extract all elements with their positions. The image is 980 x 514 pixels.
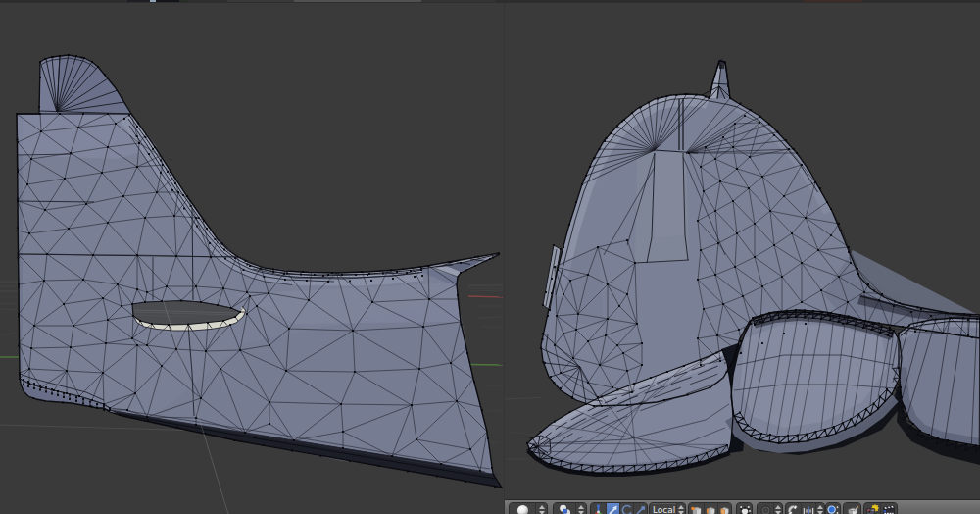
manipulator-scale-button[interactable] (633, 503, 647, 514)
manipulator-toggle-button[interactable] (591, 503, 606, 514)
grease-pencil-group (843, 502, 861, 514)
vertex-select-button[interactable] (689, 503, 704, 514)
face-select-cube-icon (718, 504, 731, 514)
blender-window: Local (0, 0, 980, 514)
proportional-group (757, 502, 783, 514)
viewport-header: Local (505, 499, 980, 514)
top-strip-segment (227, 0, 294, 2)
viewport-shading-dropdown[interactable] (510, 503, 535, 514)
scale-icon (634, 504, 647, 514)
top-strip-segment (862, 0, 980, 2)
viewport-canvas[interactable] (0, 0, 980, 514)
grease-pencil-button[interactable] (844, 503, 860, 514)
top-strip-segment (187, 0, 227, 2)
select-mode-group (688, 502, 732, 514)
translate-arrow-icon (607, 504, 619, 514)
occlude-geometry-button[interactable] (737, 503, 752, 514)
top-strip-segment (804, 0, 862, 2)
left-mesh (16, 54, 502, 488)
snap-increment-icon (802, 504, 815, 514)
occlude-group (736, 502, 753, 514)
snap-group (785, 502, 825, 514)
top-strip-segment (0, 0, 127, 2)
top-strip-segment (294, 0, 421, 2)
snap-target-dropdown[interactable] (826, 503, 840, 514)
magnet-icon (787, 504, 801, 514)
transform-orientation-dropdown[interactable]: Local (650, 503, 676, 514)
pivot-median-icon (559, 504, 571, 514)
top-strip-segment (421, 0, 495, 2)
top-strip-segment (495, 0, 804, 2)
snap-element-arrows[interactable] (815, 503, 824, 514)
proportional-editing-dropdown[interactable] (758, 503, 773, 514)
render-animation-button[interactable] (880, 503, 897, 514)
top-strip-segment (156, 0, 179, 2)
snap-element-dropdown[interactable] (801, 503, 815, 514)
right-mesh (526, 58, 980, 477)
orientation-group: Local (649, 502, 686, 514)
manipulator-axes-icon (592, 504, 605, 514)
manipulator-translate-button[interactable] (606, 503, 619, 514)
snap-toggle-button[interactable] (786, 503, 801, 514)
camera-render-icon (865, 504, 879, 514)
rotate-arc-icon (620, 504, 633, 514)
render-group (863, 502, 898, 514)
clapperboard-icon (882, 504, 896, 514)
snap-target-icon (826, 504, 840, 514)
viewport-divider[interactable] (504, 0, 505, 514)
edge-select-button[interactable] (704, 503, 717, 514)
render-still-button[interactable] (864, 503, 880, 514)
face-select-button[interactable] (717, 503, 731, 514)
snap-target-group (825, 502, 841, 514)
pivot-group (553, 502, 587, 514)
shading-group (509, 502, 548, 514)
pen-page-icon (846, 504, 859, 514)
pivot-point-dropdown[interactable] (554, 503, 575, 514)
occlude-cube-icon (738, 504, 752, 514)
vertex-select-cube-icon (690, 504, 704, 514)
shading-solid-sphere-icon (516, 504, 529, 514)
orientation-dropdown-arrows[interactable] (676, 503, 685, 514)
manipulator-rotate-button[interactable] (619, 503, 633, 514)
pivot-dropdown-arrows[interactable] (575, 503, 586, 514)
top-edge-strip (0, 0, 980, 3)
shading-dropdown-arrows[interactable] (535, 503, 547, 514)
proportional-off-icon (760, 504, 772, 514)
top-strip-segment (179, 0, 187, 2)
edge-select-cube-icon (705, 504, 717, 514)
top-strip-segment (127, 0, 150, 2)
manipulator-group (590, 502, 648, 514)
proportional-dropdown-arrows[interactable] (773, 503, 782, 514)
